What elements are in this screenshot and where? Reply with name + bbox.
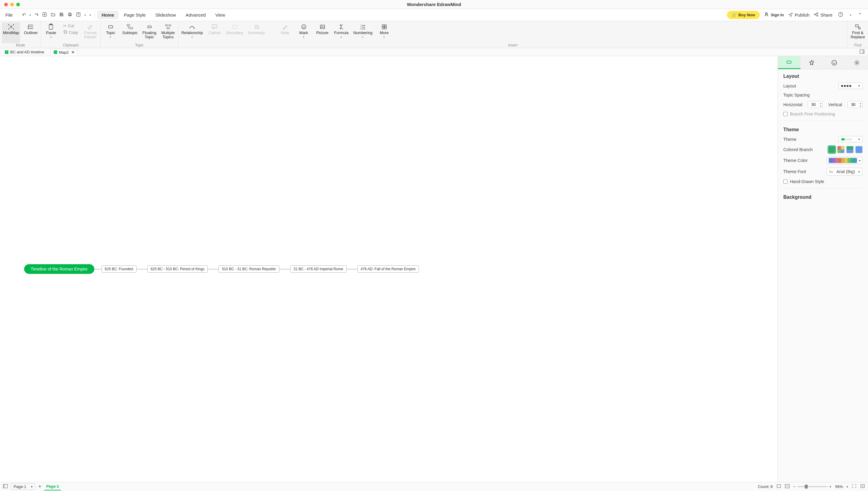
minimize-window-button[interactable] <box>10 3 14 6</box>
canvas[interactable]: Timeline of the Roman Empire 625 BC: Fou… <box>0 56 778 482</box>
page-select[interactable]: Page-1 ▾ <box>11 484 35 490</box>
spin-down[interactable]: ▾ <box>820 105 821 107</box>
collapse-panel-button[interactable] <box>860 484 865 490</box>
multiple-topics-button[interactable]: Multiple Topics <box>160 22 176 43</box>
relationship-dropdown[interactable]: ▾ <box>191 36 193 38</box>
mindmap-button[interactable]: MindMap <box>2 22 20 43</box>
doc-tab-0[interactable]: BC and AD timeline <box>2 49 47 55</box>
theme-color-select[interactable]: ▾ <box>827 157 863 164</box>
undo-dropdown[interactable]: ▾ <box>28 13 32 17</box>
zoom-in-button[interactable]: + <box>829 484 832 489</box>
file-menu[interactable]: File <box>2 11 16 19</box>
cut-button[interactable]: ✂ Cut <box>61 23 80 29</box>
fit-page-button[interactable] <box>776 484 781 490</box>
branch-free-input[interactable] <box>783 112 787 116</box>
topic-button[interactable]: Topic ▾ <box>102 22 119 43</box>
find-replace-button[interactable]: Find & Replace <box>849 22 866 43</box>
fit-content-button[interactable] <box>785 484 789 490</box>
theme-select[interactable]: ▾ <box>838 136 863 142</box>
branch-swatch-2[interactable] <box>846 146 854 153</box>
branch-free-checkbox[interactable]: Branch Free Positioning <box>783 112 863 116</box>
zoom-value[interactable]: 56% <box>835 484 843 489</box>
zoom-dropdown[interactable]: ▾ <box>846 485 848 488</box>
copy-button[interactable]: Copy <box>61 29 80 36</box>
callout-button[interactable]: Callout <box>207 22 223 43</box>
sidebar-tab-icons[interactable] <box>823 56 846 69</box>
sign-in-button[interactable]: Sign In <box>764 12 784 18</box>
theme-font-select[interactable]: Aa Arial (Big) ▾ <box>827 168 863 176</box>
format-painter-button[interactable]: Format Painter <box>82 22 98 43</box>
collapse-ribbon-button[interactable]: ⌃ <box>857 11 863 19</box>
branch-swatch-3[interactable] <box>855 146 863 153</box>
maximize-window-button[interactable] <box>16 3 20 6</box>
layout-select[interactable]: ▾ <box>838 83 863 89</box>
timeline-root-node[interactable]: Timeline of the Roman Empire <box>24 264 94 274</box>
export-dropdown[interactable]: ▾ <box>83 13 87 17</box>
undo-button[interactable]: ↶ <box>21 11 27 19</box>
zoom-thumb[interactable] <box>805 485 808 489</box>
note-button[interactable]: Note <box>277 22 293 43</box>
help-dropdown[interactable]: ▾ <box>849 13 852 17</box>
new-button[interactable] <box>41 11 48 19</box>
menu-tab-home[interactable]: Home <box>97 10 119 19</box>
fullscreen-button[interactable] <box>852 484 857 490</box>
timeline-node[interactable]: 476 AD: Fall of the Roman Empire <box>358 265 419 272</box>
horizontal-input[interactable]: ▴▾ <box>808 101 823 108</box>
share-button[interactable]: Share <box>814 12 832 18</box>
timeline-node[interactable]: 31 BC - 476 AD Imperial Rome <box>290 265 347 272</box>
vertical-value[interactable] <box>848 102 859 108</box>
relationship-button[interactable]: Relationship ▾ <box>180 22 204 43</box>
paste-button[interactable]: Paste ▾ <box>43 22 59 43</box>
branch-swatch-1[interactable] <box>837 146 844 153</box>
open-button[interactable] <box>50 11 57 19</box>
summary-button[interactable]: Summary <box>247 22 266 43</box>
hand-drawn-checkbox[interactable]: Hand-Drawn Style <box>783 179 863 184</box>
numbering-button[interactable]: 123 Numbering ▾ <box>352 22 374 43</box>
topic-dropdown[interactable]: ▾ <box>110 36 111 38</box>
doc-tab-1[interactable]: Map2 <box>50 49 78 56</box>
timeline-node[interactable]: 510 BC - 31 BC: Roman Republic <box>218 265 279 272</box>
menu-tab-page-style[interactable]: Page Style <box>120 10 150 19</box>
picture-button[interactable]: Picture <box>314 22 331 43</box>
sidebar-tab-layout[interactable] <box>778 56 801 69</box>
floating-topic-button[interactable]: Floating Topic <box>141 22 157 43</box>
quick-access-overflow[interactable]: ▾ <box>88 13 92 17</box>
page-panel-toggle[interactable] <box>3 484 8 490</box>
sidebar-tab-clipart[interactable] <box>845 56 868 69</box>
outliner-button[interactable]: Outliner <box>23 22 39 43</box>
panel-toggle-button[interactable] <box>858 49 866 55</box>
numbering-dropdown[interactable]: ▾ <box>362 36 364 38</box>
zoom-track[interactable] <box>797 486 827 487</box>
paste-dropdown[interactable]: ▾ <box>50 36 52 38</box>
subtopic-button[interactable]: Subtopic <box>121 22 139 43</box>
close-window-button[interactable] <box>4 3 8 6</box>
publish-button[interactable]: Publish <box>788 12 809 18</box>
sidebar-tab-style[interactable] <box>801 56 823 69</box>
page-tab[interactable]: Page-1 <box>44 483 61 490</box>
vertical-input[interactable]: ▴▾ <box>847 101 863 108</box>
formula-button[interactable]: Σ Formula ▾ <box>333 22 350 43</box>
menu-tab-slideshow[interactable]: Slideshow <box>151 10 180 19</box>
export-button[interactable] <box>75 11 82 19</box>
menu-tab-view[interactable]: View <box>211 10 229 19</box>
spin-down[interactable]: ▾ <box>860 105 861 107</box>
mark-button[interactable]: Mark ▾ <box>296 22 312 43</box>
help-button[interactable]: ? <box>837 11 844 19</box>
timeline-node[interactable]: 625 BC - 510 BC: Period of Kings <box>147 265 208 272</box>
add-page-button[interactable]: + <box>38 484 41 490</box>
horizontal-value[interactable] <box>808 102 819 108</box>
zoom-slider[interactable]: − + <box>793 484 832 489</box>
branch-swatch-0[interactable] <box>828 146 835 153</box>
boundary-button[interactable]: Boundary <box>225 22 244 43</box>
spin-up[interactable]: ▴ <box>860 102 861 105</box>
save-button[interactable] <box>58 11 65 19</box>
zoom-out-button[interactable]: − <box>793 484 796 489</box>
formula-dropdown[interactable]: ▾ <box>341 36 342 38</box>
redo-button[interactable]: ↷ <box>33 11 40 19</box>
mark-dropdown[interactable]: ▾ <box>303 36 304 38</box>
spin-up[interactable]: ▴ <box>820 102 821 105</box>
buy-now-button[interactable]: 🛒 Buy Now <box>727 11 760 19</box>
print-button[interactable] <box>66 11 73 19</box>
more-dropdown[interactable]: ▾ <box>383 36 385 38</box>
more-button[interactable]: More ▾ <box>376 22 393 43</box>
